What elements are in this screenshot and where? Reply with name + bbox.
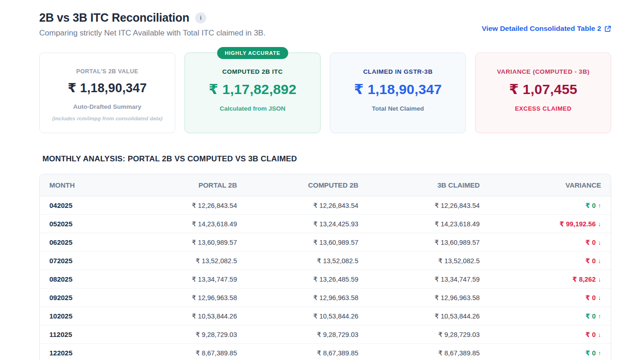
variance-arrow-icon: ↑: [598, 202, 601, 209]
title-block: 2B vs 3B ITC Reconciliation i Comparing …: [39, 11, 266, 38]
computed-2b-value: ₹ 1,17,82,892: [185, 81, 320, 97]
variance-cell: ₹ 0↓: [489, 233, 611, 252]
table-row: 072025 ₹ 13,52,082.5 ₹ 13,52,082.5 ₹ 13,…: [40, 252, 611, 270]
portal-2b-cell: ₹ 13,52,082.5: [125, 252, 247, 270]
variance-amount: ₹ 0: [585, 239, 596, 246]
title-line: 2B vs 3B ITC Reconciliation i: [39, 11, 266, 24]
card-claimed-3b: CLAIMED IN GSTR-3B ₹ 1,18,90,347 Total N…: [330, 53, 466, 133]
external-link-icon: [604, 25, 611, 32]
variance-cell: ₹ 0↓: [489, 325, 611, 344]
variance-amount: ₹ 0: [585, 202, 596, 209]
variance-amount: ₹ 8,262: [572, 276, 596, 283]
card-computed-2b: HIGHLY ACCURATE COMPUTED 2B ITC ₹ 1,17,8…: [185, 53, 321, 133]
column-header-variance: VARIANCE: [489, 174, 611, 196]
variance-value: ₹ 1,07,455: [476, 81, 611, 97]
variance-cell: ₹ 99,192.56↓: [489, 215, 611, 233]
column-header-portal-2b: PORTAL 2B: [125, 174, 247, 196]
claimed-3b-cell: ₹ 8,67,389.85: [368, 344, 489, 360]
reconciliation-page: 2B vs 3B ITC Reconciliation i Comparing …: [0, 0, 644, 360]
column-header-month: MONTH: [40, 174, 125, 196]
computed-2b-label: COMPUTED 2B ITC: [185, 68, 320, 75]
month-cell: 062025: [40, 233, 125, 252]
variance-label: VARIANCE (COMPUTED - 3B): [476, 68, 611, 75]
monthly-table: MONTH PORTAL 2B COMPUTED 2B 3B CLAIMED V…: [39, 174, 611, 360]
month-cell: 042025: [40, 196, 125, 215]
table-row: 112025 ₹ 9,28,729.03 ₹ 9,28,729.03 ₹ 9,2…: [40, 325, 611, 344]
variance-cell: ₹ 0↑: [489, 196, 611, 215]
portal-2b-cell: ₹ 14,23,618.49: [125, 215, 247, 233]
variance-cell: ₹ 8,262↓: [489, 270, 611, 289]
variance-amount: ₹ 99,192.56: [560, 220, 596, 228]
info-icon[interactable]: i: [195, 12, 206, 24]
variance-amount: ₹ 0: [585, 294, 596, 301]
month-cell: 072025: [40, 252, 125, 270]
table-row: 082025 ₹ 13,34,747.59 ₹ 13,26,485.59 ₹ 1…: [40, 270, 611, 289]
card-portal-2b: PORTAL'S 2B VALUE ₹ 1,18,90,347 Auto-Dra…: [39, 53, 175, 133]
column-header-computed-2b: COMPUTED 2B: [247, 174, 368, 196]
computed-2b-cell: ₹ 13,26,485.59: [247, 270, 368, 289]
table-header-row: MONTH PORTAL 2B COMPUTED 2B 3B CLAIMED V…: [40, 174, 611, 196]
page-subtitle: Comparing strictly Net ITC Available wit…: [39, 29, 266, 38]
claimed-3b-cell: ₹ 9,28,729.03: [368, 325, 489, 344]
portal-2b-label: PORTAL'S 2B VALUE: [40, 68, 175, 75]
view-consolidated-table-link[interactable]: View Detailed Consolidated Table 2: [482, 24, 611, 33]
variance-arrow-icon: ↓: [598, 221, 601, 228]
claimed-3b-cell: ₹ 12,96,963.58: [368, 289, 489, 307]
variance-cell: ₹ 0↑: [489, 307, 611, 325]
monthly-analysis-title: MONTHLY ANALYSIS: PORTAL 2B VS COMPUTED …: [42, 154, 611, 164]
table-row: 092025 ₹ 12,96,963.58 ₹ 12,96,963.58 ₹ 1…: [40, 289, 611, 307]
portal-2b-cell: ₹ 9,28,729.03: [125, 325, 247, 344]
variance-arrow-icon: ↑: [598, 350, 601, 357]
variance-arrow-icon: ↓: [598, 258, 601, 265]
variance-amount: ₹ 0: [585, 313, 596, 320]
month-cell: 052025: [40, 215, 125, 233]
table-row: 052025 ₹ 14,23,618.49 ₹ 13,24,425.93 ₹ 1…: [40, 215, 611, 233]
variance-amount: ₹ 0: [585, 349, 596, 357]
computed-2b-cell: ₹ 10,53,844.26: [247, 307, 368, 325]
portal-2b-cell: ₹ 10,53,844.26: [125, 307, 247, 325]
claimed-3b-cell: ₹ 12,26,843.54: [368, 196, 489, 215]
claimed-3b-cell: ₹ 14,23,618.49: [368, 215, 489, 233]
variance-subtext: EXCESS CLAIMED: [476, 105, 611, 112]
portal-2b-cell: ₹ 12,26,843.54: [125, 196, 247, 215]
variance-arrow-icon: ↓: [598, 239, 601, 246]
table-row: 122025 ₹ 8,67,389.85 ₹ 8,67,389.85 ₹ 8,6…: [40, 344, 611, 360]
month-cell: 092025: [40, 289, 125, 307]
portal-2b-value: ₹ 1,18,90,347: [40, 81, 175, 95]
claimed-3b-cell: ₹ 10,53,844.26: [368, 307, 489, 325]
highly-accurate-badge: HIGHLY ACCURATE: [217, 47, 288, 59]
card-variance: VARIANCE (COMPUTED - 3B) ₹ 1,07,455 EXCE…: [475, 53, 611, 133]
claimed-3b-label: CLAIMED IN GSTR-3B: [330, 68, 465, 75]
table-row: 042025 ₹ 12,26,843.54 ₹ 12,26,843.54 ₹ 1…: [40, 196, 611, 215]
variance-amount: ₹ 0: [585, 257, 596, 265]
portal-2b-subtext: Auto-Drafted Summary: [40, 103, 175, 110]
month-cell: 082025: [40, 270, 125, 289]
page-title: 2B vs 3B ITC Reconciliation: [39, 11, 189, 24]
variance-arrow-icon: ↓: [598, 276, 601, 283]
portal-2b-note: (includes rcm/impg from consolidated dat…: [40, 116, 175, 121]
claimed-3b-value: ₹ 1,18,90,347: [330, 81, 465, 97]
portal-2b-cell: ₹ 13,34,747.59: [125, 270, 247, 289]
portal-2b-cell: ₹ 12,96,963.58: [125, 289, 247, 307]
computed-2b-cell: ₹ 12,96,963.58: [247, 289, 368, 307]
variance-cell: ₹ 0↓: [489, 252, 611, 270]
view-consolidated-table-label: View Detailed Consolidated Table 2: [482, 24, 601, 33]
claimed-3b-cell: ₹ 13,34,747.59: [368, 270, 489, 289]
table-row: 062025 ₹ 13,60,989.57 ₹ 13,60,989.57 ₹ 1…: [40, 233, 611, 252]
claimed-3b-cell: ₹ 13,60,989.57: [368, 233, 489, 252]
claimed-3b-subtext: Total Net Claimed: [330, 105, 465, 112]
variance-arrow-icon: ↓: [598, 295, 601, 301]
computed-2b-cell: ₹ 12,26,843.54: [247, 196, 368, 215]
column-header-3b-claimed: 3B CLAIMED: [368, 174, 489, 196]
variance-arrow-icon: ↑: [598, 313, 601, 320]
portal-2b-cell: ₹ 13,60,989.57: [125, 233, 247, 252]
computed-2b-cell: ₹ 13,24,425.93: [247, 215, 368, 233]
variance-amount: ₹ 0: [585, 331, 596, 338]
computed-2b-cell: ₹ 13,52,082.5: [247, 252, 368, 270]
claimed-3b-cell: ₹ 13,52,082.5: [368, 252, 489, 270]
month-cell: 112025: [40, 325, 125, 344]
computed-2b-cell: ₹ 9,28,729.03: [247, 325, 368, 344]
variance-cell: ₹ 0↓: [489, 289, 611, 307]
summary-cards: PORTAL'S 2B VALUE ₹ 1,18,90,347 Auto-Dra…: [39, 53, 611, 133]
computed-2b-cell: ₹ 8,67,389.85: [247, 344, 368, 360]
